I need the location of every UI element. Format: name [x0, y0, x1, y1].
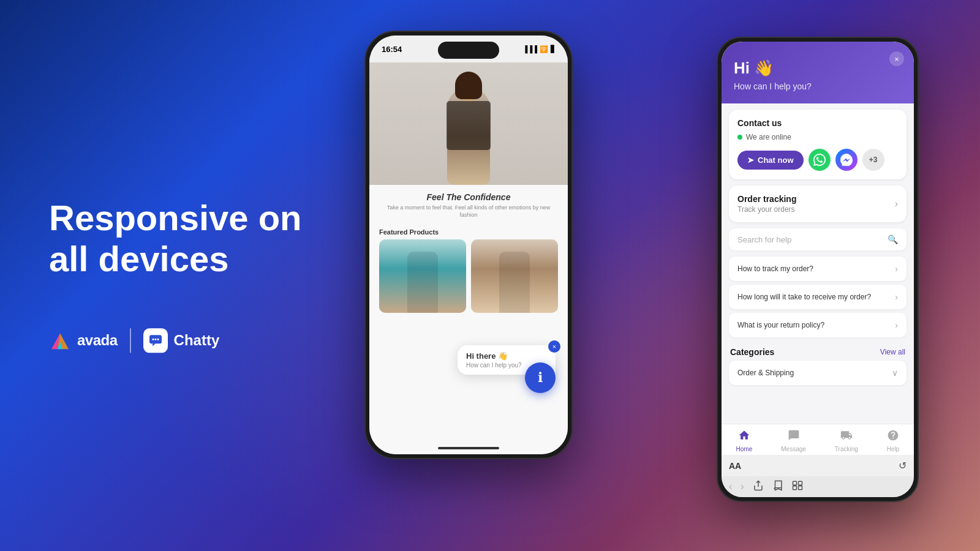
brand-logos: avada Chatty [49, 329, 325, 353]
order-tracking-chevron: › [895, 198, 898, 209]
phone-chat-fab[interactable]: ℹ [525, 362, 556, 393]
forward-icon[interactable]: › [741, 481, 744, 492]
left-section: Responsive on all devices avada [49, 198, 325, 353]
faq-item-3[interactable]: What is your return policy? › [729, 313, 907, 337]
chat-close-button[interactable]: × [889, 51, 904, 66]
help-tab-icon [887, 429, 899, 444]
phone-status-bar: 16:54 ▐▐▐ 🛜 ▋ [369, 36, 568, 62]
chat-tab-bar: Home Message Tracking [722, 424, 914, 455]
chat-now-arrow-icon: ➤ [747, 156, 754, 165]
chat-panel: × Hi 👋 How can I help you? Contact us We… [722, 42, 914, 497]
tab-home[interactable]: Home [736, 429, 753, 452]
tracking-tab-icon [840, 429, 853, 444]
avada-text: avada [77, 332, 118, 350]
contact-us-card: Contact us We are online ➤ Chat now [729, 110, 907, 179]
svg-rect-11 [798, 486, 802, 490]
brand-divider [130, 329, 131, 353]
svg-point-7 [157, 339, 159, 340]
more-channels-button[interactable]: +3 [862, 149, 884, 171]
view-all-link[interactable]: View all [880, 348, 905, 356]
svg-point-5 [152, 339, 154, 340]
phone-hero-image [369, 62, 568, 185]
tabs-icon[interactable] [792, 480, 803, 493]
messenger-icon[interactable] [835, 149, 858, 171]
faq-item-1[interactable]: How to track my order? › [729, 257, 907, 281]
home-tab-icon [738, 429, 750, 444]
phone-products-grid [369, 239, 568, 313]
home-tab-label: Home [736, 446, 753, 452]
avada-logo: avada [49, 330, 118, 352]
avada-icon [49, 330, 71, 352]
online-text: We are online [746, 133, 791, 141]
browser-reload-icon[interactable]: ↺ [899, 460, 907, 471]
headline: Responsive on all devices [49, 198, 325, 279]
tab-help[interactable]: Help [887, 429, 900, 452]
help-tab-label: Help [887, 446, 900, 452]
online-indicator: We are online [737, 133, 898, 141]
desktop-frame: × Hi 👋 How can I help you? Contact us We… [717, 37, 919, 502]
faq-item-2[interactable]: How long will it take to receive my orde… [729, 285, 907, 309]
search-placeholder: Search for help [737, 235, 791, 244]
category-item-1[interactable]: Order & Shipping ∨ [729, 361, 907, 385]
desktop-mockup: × Hi 👋 How can I help you? Contact us We… [717, 37, 919, 502]
message-tab-icon [788, 429, 800, 444]
faq-text-1: How to track my order? [737, 264, 813, 273]
svg-rect-10 [793, 486, 796, 490]
phone-text-section: Feel The Confidence Take a moment to fee… [369, 185, 568, 223]
phone-chat-hi-text: Hi there 👋 [466, 351, 547, 361]
faq-text-2: How long will it take to receive my orde… [737, 293, 871, 301]
order-tracking-title: Order tracking [737, 194, 796, 204]
message-tab-label: Message [781, 446, 806, 452]
svg-rect-8 [793, 481, 796, 485]
back-icon[interactable]: ‹ [729, 481, 732, 492]
phone-notch [438, 42, 499, 59]
faq-text-3: What is your return policy? [737, 321, 824, 329]
chat-subgreeting: How can I help you? [734, 81, 902, 91]
phone-status-icons: ▐▐▐ 🛜 ▋ [523, 45, 556, 53]
phone-content: Feel The Confidence Take a moment to fee… [369, 62, 568, 454]
chatty-bubble-svg [148, 334, 163, 348]
contact-us-title: Contact us [737, 118, 898, 128]
chat-now-button[interactable]: ➤ Chat now [737, 151, 804, 170]
chatty-logo: Chatty [143, 329, 220, 353]
phone-product-card-2 [471, 239, 558, 313]
phone-hero-title: Feel The Confidence [379, 192, 558, 202]
categories-header: Categories View all [722, 341, 914, 361]
chat-header: × Hi 👋 How can I help you? [722, 42, 914, 103]
chat-actions: ➤ Chat now +3 [737, 149, 898, 171]
phone-featured-label: Featured Products [369, 223, 568, 239]
chatty-icon [143, 329, 168, 353]
tab-message[interactable]: Message [781, 429, 806, 452]
phone-frame: 16:54 ▐▐▐ 🛜 ▋ [364, 31, 573, 459]
chat-greeting: Hi 👋 [734, 59, 902, 78]
phone-hero-subtitle: Take a moment to feel that. Feel all kin… [379, 204, 558, 219]
order-tracking-card[interactable]: Order tracking Track your orders › [729, 186, 907, 222]
tracking-tab-label: Tracking [835, 446, 858, 452]
bookmark-icon[interactable] [772, 480, 783, 493]
phone-time: 16:54 [382, 45, 402, 54]
search-bar[interactable]: Search for help 🔍 [729, 228, 907, 250]
search-icon: 🔍 [888, 234, 898, 244]
browser-aa-text[interactable]: AA [729, 461, 741, 471]
whatsapp-icon[interactable] [809, 149, 831, 171]
svg-rect-9 [798, 481, 802, 485]
category-text-1: Order & Shipping [737, 369, 794, 377]
chatty-text: Chatty [174, 332, 220, 350]
phone-product-card-1 [379, 239, 466, 313]
online-dot [737, 135, 742, 140]
phone-home-indicator [438, 447, 499, 449]
phone-chat-bubble-close[interactable]: × [548, 340, 560, 353]
phone-mockup: 16:54 ▐▐▐ 🛜 ▋ [364, 31, 573, 459]
categories-title: Categories [730, 347, 774, 357]
browser-nav-bar: ‹ › [722, 476, 914, 497]
category-chevron-1: ∨ [892, 368, 898, 378]
desktop-inner: × Hi 👋 How can I help you? Contact us We… [722, 42, 914, 497]
svg-point-6 [154, 339, 156, 340]
faq-chevron-2: › [895, 292, 898, 302]
faq-chevron-3: › [895, 320, 898, 330]
phone-inner: 16:54 ▐▐▐ 🛜 ▋ [369, 36, 568, 454]
tab-tracking[interactable]: Tracking [835, 429, 858, 452]
chat-body: Contact us We are online ➤ Chat now [722, 103, 914, 424]
share-icon[interactable] [753, 480, 764, 493]
faq-chevron-1: › [895, 264, 898, 274]
